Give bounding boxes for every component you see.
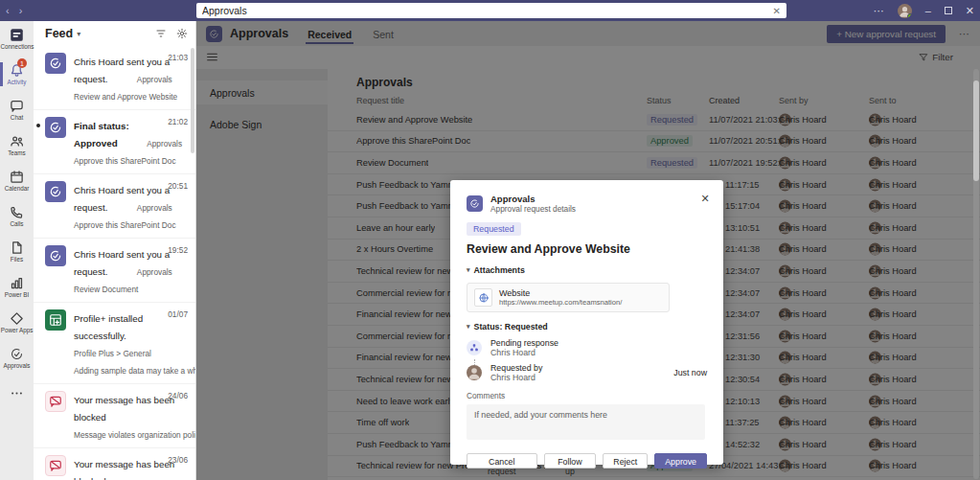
feed-item-subtitle: Message violates organization policy: [74, 430, 195, 440]
requested-by-name: Chris Hoard: [490, 373, 542, 382]
feed-item-detail: Adding sample data may take a while.: [74, 366, 195, 376]
title-bar: ‹ › ✕ ⋯ – ✕: [0, 0, 980, 21]
presence-indicator: [907, 13, 912, 18]
rail-item[interactable]: Files: [0, 234, 34, 269]
globe-icon: [478, 292, 490, 304]
avatar: [467, 365, 482, 380]
feed-item-detail: Review Document: [74, 285, 138, 294]
rail-item[interactable]: Connections: [0, 21, 34, 57]
attachment-card[interactable]: Website https://www.meetup.com/teamsnati…: [467, 283, 670, 312]
request-time: Just now: [673, 368, 707, 377]
feed-item-time: 19:52: [168, 245, 188, 255]
gear-icon[interactable]: [176, 28, 188, 39]
status-badge: Requested: [467, 222, 521, 236]
scrollbar-thumb[interactable]: [973, 80, 979, 181]
feed-item-subtitle: Approvals: [147, 139, 182, 149]
search-box[interactable]: ✕: [196, 3, 786, 18]
approvals-icon: [49, 57, 62, 70]
feed-item-detail: Review and Approve Website: [74, 92, 177, 102]
feed-item-time: 24/06: [168, 391, 188, 400]
rail-item-label: Files: [11, 256, 23, 263]
powerbi-icon: [10, 276, 24, 290]
feed-item-time: 21:03: [168, 53, 188, 62]
rail-item[interactable]: Power BI: [0, 269, 34, 305]
website-thumbnail: [474, 288, 492, 307]
comments-input[interactable]: [467, 404, 705, 440]
feed-panel: Feed ▾ Chris Hoard sent you a request. A…: [34, 21, 196, 480]
feed-item[interactable]: Your message has been blocked Message vi…: [34, 448, 195, 480]
pending-label: Pending response: [490, 338, 558, 348]
powerapps-icon: [10, 311, 24, 326]
chevron-down-icon: ▾: [467, 323, 470, 331]
feed-item[interactable]: Chris Hoard sent you a request. Approval…: [34, 239, 195, 303]
rail-item-label: Chat: [11, 114, 23, 121]
feed-list: Chris Hoard sent you a request. Approval…: [34, 46, 195, 480]
approve-button[interactable]: Approve: [654, 453, 707, 469]
close-icon[interactable]: ✕: [698, 192, 712, 205]
rail-item-label: Calendar: [5, 185, 30, 192]
back-icon[interactable]: ‹: [6, 5, 10, 16]
feed-item[interactable]: Your message has been blocked Message vi…: [34, 384, 195, 448]
blocked-icon: [49, 459, 62, 472]
modal-subtitle: Approval request details: [490, 204, 576, 214]
feed-item-time: 20:51: [168, 181, 188, 191]
feed-item-subtitle: Approvals: [137, 203, 172, 213]
connections-icon: [10, 28, 24, 42]
chat-icon: [10, 99, 24, 113]
approvals-icon: [49, 185, 62, 198]
modal-app-name: Approvals: [490, 194, 576, 204]
rail-item[interactable]: Power Apps: [0, 305, 34, 340]
maximize-button[interactable]: [945, 7, 952, 14]
teams-icon: [10, 134, 24, 149]
feed-scrollbar[interactable]: [191, 48, 194, 153]
calls-icon: [10, 205, 24, 219]
feed-item-subtitle: Profile Plus > General: [74, 349, 151, 358]
feed-item-detail: Approve this SharePoint Doc: [74, 220, 176, 230]
feed-item[interactable]: Chris Hoard sent you a request. Approval…: [34, 46, 195, 110]
rail-item[interactable]: Calendar: [0, 163, 34, 198]
avatar[interactable]: [898, 4, 912, 18]
feed-title: Feed: [45, 27, 73, 40]
rail-item[interactable]: Calls: [0, 198, 34, 234]
rail-item[interactable]: Chat: [0, 92, 34, 127]
more-icon: [10, 386, 24, 400]
chevron-down-icon[interactable]: ▾: [77, 30, 80, 38]
follow-up-button[interactable]: Follow up: [544, 453, 597, 469]
pending-name: Chris Hoard: [490, 348, 558, 357]
feed-item[interactable]: Chris Hoard sent you a request. Approval…: [34, 174, 195, 239]
rail-item-label: Power BI: [5, 291, 30, 298]
reject-button[interactable]: Reject: [603, 453, 648, 469]
feed-item[interactable]: Profile+ installed successfully. Profile…: [34, 303, 195, 384]
rail-item[interactable]: Teams: [0, 127, 34, 163]
pending-approver-icon: [467, 340, 482, 355]
app-rail: Connections Activity 1 Chat Teams Calend…: [0, 21, 34, 480]
rail-item[interactable]: Activity 1: [0, 57, 34, 92]
request-title: Review and Approve Website: [467, 242, 707, 256]
search-input[interactable]: [196, 5, 767, 16]
attachment-name: Website: [499, 288, 622, 298]
close-button[interactable]: ✕: [966, 5, 974, 17]
profile-plus-icon: [49, 313, 62, 327]
approvals-app-icon: [467, 195, 483, 212]
calendar-icon: [10, 170, 24, 184]
status-section-header[interactable]: ▾ Status: Requested: [467, 322, 707, 331]
clear-search-icon[interactable]: ✕: [767, 6, 786, 16]
rail-item-label: Teams: [8, 149, 26, 156]
rail-item[interactable]: [0, 376, 34, 411]
feed-filter-icon[interactable]: [155, 28, 167, 39]
rail-item-label: Calls: [11, 220, 24, 227]
requested-by-label: Requested by: [490, 363, 542, 373]
feed-item-detail: Approve this SharePoint Doc: [74, 156, 176, 166]
feed-item[interactable]: Final status: Approved Approvals Approve…: [34, 110, 195, 174]
titlebar-more-icon[interactable]: ⋯: [874, 5, 884, 17]
feed-item-time: 21:02: [168, 117, 188, 126]
feed-item-time: 23/06: [168, 455, 188, 465]
attachments-section-header[interactable]: ▾ Attachments: [467, 265, 707, 275]
rail-item[interactable]: Approvals: [0, 340, 34, 376]
cancel-request-button[interactable]: Cancel request: [467, 453, 537, 469]
feed-item-subtitle: Approvals: [137, 75, 172, 84]
forward-icon[interactable]: ›: [19, 5, 23, 16]
feed-item-subtitle: Approvals: [137, 267, 172, 277]
rail-item-label: Connections: [1, 43, 34, 50]
minimize-button[interactable]: –: [925, 5, 931, 16]
